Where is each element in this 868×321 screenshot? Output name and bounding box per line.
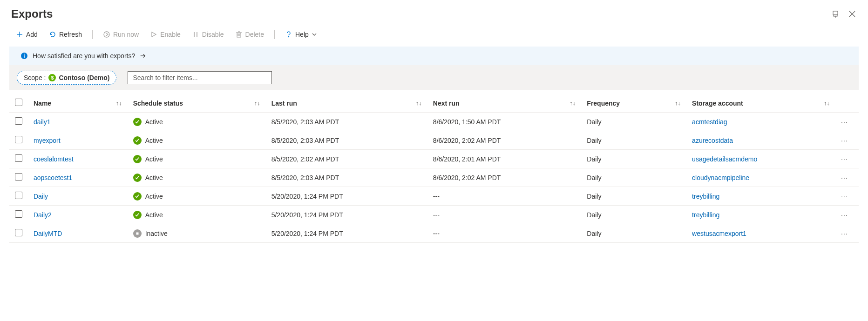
next-run-cell: ---: [427, 187, 581, 206]
col-frequency[interactable]: Frequency↑↓: [581, 94, 686, 113]
header-actions: [831, 9, 857, 19]
table-row: Daily2Active5/20/2020, 1:24 PM PDT---Dai…: [9, 206, 859, 224]
status-text: Active: [145, 193, 163, 200]
disable-button[interactable]: Disable: [187, 28, 229, 41]
status-text: Active: [145, 174, 163, 181]
status-text: Inactive: [145, 230, 168, 237]
last-run-cell: 8/5/2020, 2:03 AM PDT: [266, 131, 427, 150]
sort-icon: ↑↓: [570, 100, 576, 107]
col-storage-account[interactable]: Storage account↑↓: [686, 94, 835, 113]
more-icon: ···: [841, 174, 848, 181]
feedback-banner[interactable]: How satisfied are you with exports?: [9, 47, 859, 65]
sort-icon: ↑↓: [116, 100, 122, 107]
export-name-link[interactable]: DailyMTD: [34, 230, 62, 237]
arrow-right-icon: [140, 53, 146, 59]
row-checkbox[interactable]: [15, 229, 22, 236]
svg-rect-1: [834, 15, 837, 16]
more-icon: ···: [841, 137, 848, 144]
table-header-row: Name↑↓ Schedule status↑↓ Last run↑↓ Next…: [9, 94, 859, 113]
col-name[interactable]: Name↑↓: [28, 94, 128, 113]
plus-icon: [16, 31, 23, 38]
export-name-link[interactable]: aopscoetest1: [34, 174, 72, 181]
play-icon: [150, 31, 157, 38]
export-name-link[interactable]: Daily2: [34, 211, 52, 219]
delete-label: Delete: [245, 31, 264, 38]
help-button[interactable]: Help: [280, 28, 322, 41]
col-last-run[interactable]: Last run↑↓: [266, 94, 427, 113]
scope-value: Contoso (Demo): [59, 74, 109, 81]
last-run-cell: 8/5/2020, 2:03 AM PDT: [266, 113, 427, 131]
svg-point-17: [288, 36, 289, 37]
table-row: aopscoetest1Active8/5/2020, 2:03 AM PDT8…: [9, 168, 859, 187]
checkmark-icon: [133, 118, 142, 126]
last-run-cell: 8/5/2020, 2:02 AM PDT: [266, 150, 427, 168]
svg-point-7: [104, 32, 109, 37]
close-icon[interactable]: [848, 9, 857, 19]
more-icon: ···: [841, 230, 848, 237]
sort-icon: ↑↓: [416, 100, 422, 107]
stop-icon: [133, 229, 142, 238]
sort-icon: ↑↓: [824, 100, 830, 107]
table-row: coeslalomtestActive8/5/2020, 2:02 AM PDT…: [9, 150, 859, 168]
banner-text: How satisfied are you with exports?: [33, 52, 135, 60]
storage-account-link[interactable]: acmtestdiag: [692, 118, 727, 126]
next-run-cell: 8/6/2020, 2:02 AM PDT: [427, 168, 581, 187]
checkmark-icon: [133, 174, 142, 182]
refresh-button[interactable]: Refresh: [44, 28, 87, 41]
storage-account-link[interactable]: cloudynacmpipeline: [692, 174, 749, 181]
row-checkbox[interactable]: [15, 173, 22, 181]
delete-button[interactable]: Delete: [231, 28, 269, 41]
run-icon: [103, 31, 110, 38]
pause-icon: [192, 31, 199, 38]
row-checkbox[interactable]: [15, 136, 22, 143]
add-button[interactable]: Add: [11, 28, 42, 41]
storage-account-link[interactable]: westusacmexport1: [692, 230, 746, 237]
row-more-menu[interactable]: ···: [835, 224, 859, 243]
help-label: Help: [295, 31, 309, 38]
scope-selector[interactable]: Scope : $ Contoso (Demo): [17, 71, 116, 85]
toolbar-separator: [92, 30, 93, 39]
next-run-cell: ---: [427, 206, 581, 224]
row-checkbox[interactable]: [15, 192, 22, 199]
row-more-menu[interactable]: ···: [835, 187, 859, 206]
row-more-menu[interactable]: ···: [835, 206, 859, 224]
storage-account-link[interactable]: treybilling: [692, 193, 719, 200]
col-next-run[interactable]: Next run↑↓: [427, 94, 581, 113]
search-input[interactable]: [128, 71, 272, 84]
frequency-cell: Daily: [581, 187, 686, 206]
run-now-button[interactable]: Run now: [98, 28, 143, 41]
last-run-cell: 8/5/2020, 2:03 AM PDT: [266, 168, 427, 187]
row-checkbox[interactable]: [15, 210, 22, 218]
row-checkbox[interactable]: [15, 117, 22, 125]
status-text: Active: [145, 155, 163, 163]
row-more-menu[interactable]: ···: [835, 113, 859, 131]
storage-account-link[interactable]: usagedetailsacmdemo: [692, 155, 757, 163]
storage-account-link[interactable]: treybilling: [692, 211, 719, 219]
export-name-link[interactable]: myexport: [34, 137, 61, 144]
pin-icon[interactable]: [831, 9, 840, 19]
row-more-menu[interactable]: ···: [835, 168, 859, 187]
scope-badge-icon: $: [48, 74, 56, 81]
last-run-cell: 5/20/2020, 1:24 PM PDT: [266, 187, 427, 206]
export-name-link[interactable]: daily1: [34, 118, 51, 126]
row-more-menu[interactable]: ···: [835, 150, 859, 168]
svg-point-20: [24, 54, 25, 55]
frequency-cell: Daily: [581, 131, 686, 150]
storage-account-link[interactable]: azurecostdata: [692, 137, 733, 144]
more-icon: ···: [841, 118, 848, 126]
export-name-link[interactable]: coeslalomtest: [34, 155, 74, 163]
help-icon: [285, 31, 292, 38]
svg-rect-0: [833, 11, 838, 15]
next-run-cell: ---: [427, 224, 581, 243]
enable-label: Enable: [160, 31, 181, 38]
svg-rect-22: [136, 232, 138, 234]
row-checkbox[interactable]: [15, 154, 22, 162]
refresh-label: Refresh: [59, 31, 82, 38]
frequency-cell: Daily: [581, 206, 686, 224]
select-all-checkbox[interactable]: [15, 99, 22, 106]
page-title: Exports: [11, 7, 53, 20]
col-schedule-status[interactable]: Schedule status↑↓: [128, 94, 266, 113]
enable-button[interactable]: Enable: [145, 28, 185, 41]
export-name-link[interactable]: Daily: [34, 193, 48, 200]
row-more-menu[interactable]: ···: [835, 131, 859, 150]
